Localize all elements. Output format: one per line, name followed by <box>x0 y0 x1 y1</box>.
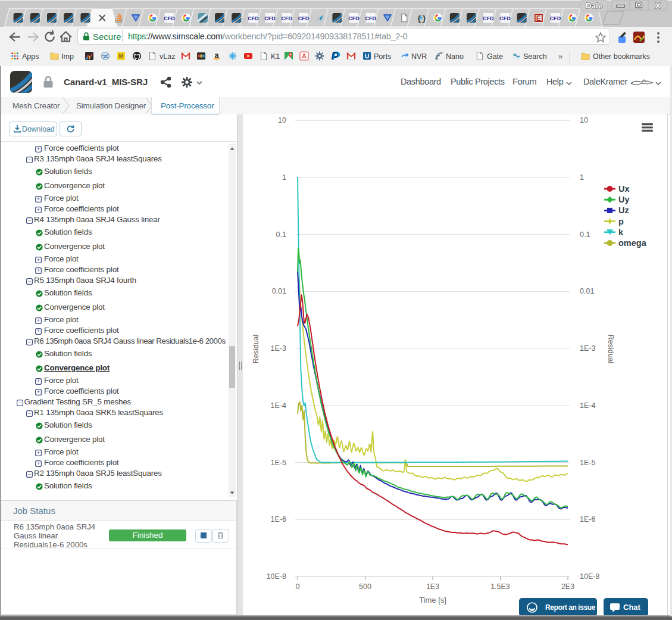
svg-text:0.01: 0.01 <box>272 287 286 295</box>
svg-text:X: X <box>655 1 660 10</box>
svg-text:Apps: Apps <box>22 52 39 61</box>
svg-text:1E-5: 1E-5 <box>580 459 595 467</box>
svg-text:1E-3: 1E-3 <box>271 344 286 353</box>
svg-text:0: 0 <box>296 582 300 591</box>
svg-text:0.1: 0.1 <box>276 230 286 239</box>
svg-text:+: + <box>36 207 39 213</box>
svg-text:CFD: CFD <box>282 15 293 21</box>
svg-text:1.5E3: 1.5E3 <box>490 582 510 591</box>
svg-text:10E-8: 10E-8 <box>580 572 599 581</box>
svg-text:CFD: CFD <box>365 15 377 21</box>
svg-text:a: a <box>215 51 219 60</box>
svg-text:+: + <box>36 450 39 456</box>
svg-text:CFD: CFD <box>499 15 511 21</box>
svg-text:−: − <box>27 278 30 284</box>
svg-text:p: p <box>618 217 624 226</box>
svg-text:1E3: 1E3 <box>426 582 439 591</box>
svg-text:Residual: Residual <box>607 335 615 364</box>
svg-text:omega: omega <box>618 238 647 248</box>
svg-text:10: 10 <box>580 116 588 124</box>
svg-text:+: + <box>36 389 39 395</box>
svg-text:K1: K1 <box>271 52 280 61</box>
svg-text:Ux: Ux <box>618 184 630 194</box>
svg-text:1E-3: 1E-3 <box>580 344 595 353</box>
svg-text:−: − <box>27 157 30 163</box>
svg-text:−: − <box>27 410 30 416</box>
svg-text:1E-6: 1E-6 <box>271 515 286 524</box>
svg-text:1: 1 <box>282 173 286 182</box>
svg-text:U: U <box>365 52 370 60</box>
svg-text:10E-8: 10E-8 <box>267 572 286 581</box>
svg-text:1E-4: 1E-4 <box>271 401 286 410</box>
svg-text:1E-5: 1E-5 <box>271 459 286 467</box>
svg-text:Nano: Nano <box>446 52 464 61</box>
svg-text:+: + <box>36 257 39 263</box>
svg-text:A: A <box>302 52 307 60</box>
svg-text:+: + <box>36 317 39 323</box>
svg-text:−: − <box>27 471 30 477</box>
svg-text:CFD: CFD <box>298 15 310 21</box>
svg-text:»: » <box>558 52 562 61</box>
svg-text:CFD: CFD <box>264 15 276 21</box>
svg-text:E: E <box>536 14 541 23</box>
svg-text:NVR: NVR <box>411 52 427 61</box>
svg-text:Search: Search <box>523 52 547 61</box>
svg-text:CFD: CFD <box>164 15 175 21</box>
svg-text:−: − <box>18 400 21 406</box>
svg-text:−: − <box>27 217 30 223</box>
svg-text:CFD: CFD <box>348 15 360 21</box>
svg-text:2E3: 2E3 <box>561 582 574 591</box>
svg-text:Time [s]: Time [s] <box>419 596 446 605</box>
svg-text:Ports: Ports <box>374 52 391 61</box>
svg-text:1E-4: 1E-4 <box>580 401 595 410</box>
svg-text:500: 500 <box>359 582 371 591</box>
svg-text:+: + <box>36 267 39 273</box>
svg-text:1E-6: 1E-6 <box>580 515 595 524</box>
svg-text:0.1: 0.1 <box>580 230 590 239</box>
svg-text:Gate: Gate <box>487 52 503 61</box>
svg-text:vLaz: vLaz <box>160 52 175 61</box>
svg-text:Uz: Uz <box>618 205 629 215</box>
svg-text:10: 10 <box>278 116 286 124</box>
svg-text:CFD: CFD <box>248 15 259 21</box>
svg-text:Uy: Uy <box>618 195 630 204</box>
svg-text:+: + <box>36 146 39 152</box>
svg-text:−: − <box>27 339 30 345</box>
svg-text:Dale: Dale <box>586 1 603 10</box>
svg-text:+: + <box>36 460 39 466</box>
svg-text:1: 1 <box>580 173 584 182</box>
svg-text:Residual: Residual <box>252 335 260 364</box>
svg-text:+: + <box>36 328 39 334</box>
svg-text:}: } <box>421 14 426 23</box>
svg-text:Imp: Imp <box>61 52 74 61</box>
svg-text:CFD: CFD <box>550 15 561 21</box>
svg-text:+: + <box>36 378 39 384</box>
svg-text:+: + <box>36 196 39 202</box>
svg-text:Other bookmarks: Other bookmarks <box>593 52 650 61</box>
svg-text:CFD: CFD <box>483 15 494 21</box>
svg-text:k: k <box>618 228 624 237</box>
svg-text:M: M <box>118 53 123 60</box>
svg-text:0.01: 0.01 <box>580 287 594 295</box>
